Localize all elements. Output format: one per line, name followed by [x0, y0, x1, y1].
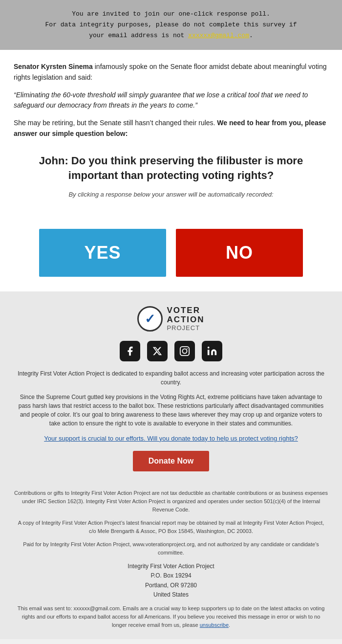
svg-rect-0: [180, 347, 189, 355]
address-country: United States: [14, 590, 328, 600]
logo-voter: VOTER: [167, 306, 204, 315]
top-banner: You are invited to join our one-click re…: [0, 0, 342, 50]
facebook-icon[interactable]: [120, 341, 140, 361]
logo-project: PROJECT: [167, 324, 204, 332]
body-paragraph: She may be retiring, but the Senate stil…: [14, 118, 328, 139]
buttons-row: YES NO: [0, 224, 342, 291]
logo-circle: ✓: [137, 306, 163, 332]
banner-email: xxxxxx@gmail.com: [188, 32, 249, 39]
yes-button[interactable]: YES: [39, 229, 166, 277]
banner-line1: You are invited to join our one-click re…: [15, 9, 327, 20]
address-city: Portland, OR 97280: [14, 581, 328, 590]
quote-block: “Eliminating the 60-vote threshold will …: [14, 90, 328, 111]
linkedin-icon[interactable]: [202, 341, 222, 361]
svg-point-3: [208, 347, 210, 349]
svg-point-2: [187, 348, 188, 349]
sub-label: By clicking a response below your answer…: [23, 190, 319, 200]
banner-line2-text: For data integrity purposes, please do n…: [45, 21, 297, 28]
main-content: Senator Kyrsten Sinema infamously spoke …: [0, 50, 342, 224]
footer-support-link[interactable]: Your support is crucial to our efforts. …: [14, 435, 328, 442]
footer-paid-by: Paid for by Integrity First Voter Action…: [14, 540, 328, 557]
body-text1: She may be retiring, but the Senate stil…: [14, 119, 215, 127]
instagram-icon[interactable]: [174, 341, 195, 361]
banner-line2: For data integrity purposes, please do n…: [15, 20, 327, 41]
footer-section: ✓ VOTER ACTION PROJECT Integrity Firs: [0, 291, 342, 639]
address-po: P.O. Box 19294: [14, 571, 328, 580]
question-heading: John: Do you think preserving the filibu…: [23, 154, 319, 182]
x-twitter-icon[interactable]: [147, 341, 168, 361]
intro-paragraph: Senator Kyrsten Sinema infamously spoke …: [14, 62, 328, 83]
logo-text: VOTER ACTION PROJECT: [167, 306, 204, 332]
donate-button-wrapper: Donate Now: [14, 451, 328, 480]
social-row: [14, 341, 328, 361]
unsubscribe-link[interactable]: unsubscribe: [200, 622, 229, 628]
footer-description: Integrity First Voter Action Project is …: [14, 369, 328, 387]
no-button[interactable]: NO: [176, 229, 303, 277]
logo-action: ACTION: [167, 315, 204, 325]
svg-point-1: [182, 349, 187, 353]
banner-period: .: [249, 32, 253, 39]
logo-checkmark-icon: ✓: [145, 311, 155, 327]
footer-legal2: A copy of Integrity First Voter Action P…: [14, 519, 328, 535]
footer-mission: Since the Supreme Court gutted key provi…: [14, 393, 328, 428]
footer-address: Integrity First Voter Action Project P.O…: [14, 562, 328, 600]
banner-line3-text: your email address is not: [89, 32, 184, 39]
logo-area: ✓ VOTER ACTION PROJECT: [14, 306, 328, 332]
address-org: Integrity First Voter Action Project: [14, 562, 328, 571]
donate-button[interactable]: Donate Now: [133, 451, 209, 471]
footer-email-notice: This email was sent to: xxxxxx@gmail.com…: [14, 604, 328, 629]
footer-legal1: Contributions or gifts to Integrity Firs…: [14, 489, 328, 514]
email-notice-text: This email was sent to: xxxxxx@gmail.com…: [18, 605, 325, 628]
question-section: John: Do you think preserving the filibu…: [14, 146, 328, 214]
senator-name: Senator Kyrsten Sinema: [14, 63, 93, 70]
